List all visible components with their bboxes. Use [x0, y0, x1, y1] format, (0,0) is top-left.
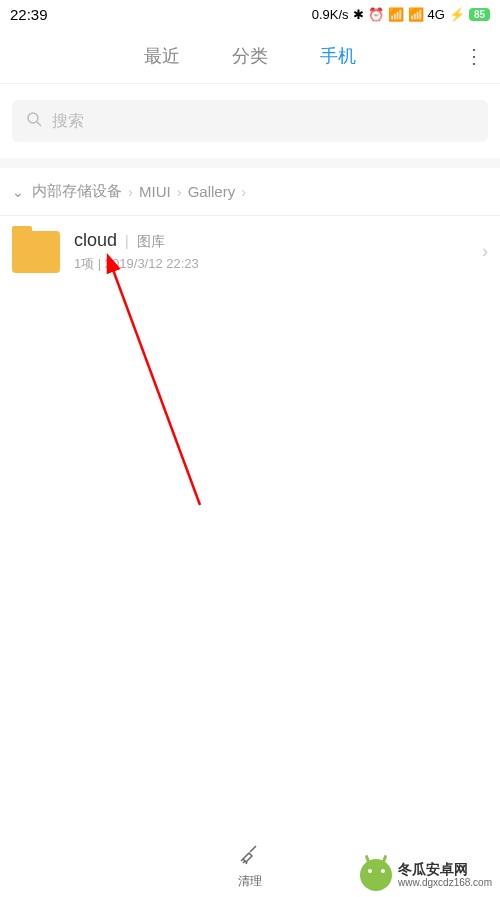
search-placeholder: 搜索: [52, 111, 84, 132]
chevron-right-icon: ›: [177, 183, 182, 200]
svg-point-0: [28, 113, 38, 123]
network-speed: 0.9K/s: [312, 7, 349, 22]
folder-item[interactable]: cloud | 图库 1项 | 2019/3/12 22:23 ›: [0, 216, 500, 287]
folder-meta: 1项 | 2019/3/12 22:23: [74, 255, 468, 273]
breadcrumb-row: ⌄ 内部存储设备 › MIUI › Gallery ›: [0, 168, 500, 216]
watermark-url: www.dgxcdz168.com: [398, 877, 492, 888]
breadcrumb-root[interactable]: 内部存储设备: [32, 182, 122, 201]
svg-line-1: [37, 122, 41, 126]
bluetooth-icon: ✱: [353, 7, 364, 22]
charge-icon: ⚡: [449, 7, 465, 22]
chevron-right-icon: ›: [241, 183, 246, 200]
status-time: 22:39: [10, 6, 48, 23]
clean-label: 清理: [238, 873, 262, 890]
search-icon: [26, 111, 42, 131]
alarm-icon: ⏰: [368, 7, 384, 22]
network-type: 4G: [428, 7, 445, 22]
chevron-right-icon: ›: [128, 183, 133, 200]
annotation-arrow: [100, 255, 220, 515]
search-section: 搜索: [0, 84, 500, 168]
tab-bar: 最近 分类 手机 ⋮: [0, 28, 500, 84]
file-info: cloud | 图库 1项 | 2019/3/12 22:23: [74, 230, 468, 273]
signal-icon: 📶: [388, 7, 404, 22]
folder-tag: 图库: [137, 233, 165, 251]
svg-line-3: [112, 267, 200, 505]
broom-icon: [238, 841, 262, 871]
folder-name: cloud: [74, 230, 117, 251]
breadcrumb-miui[interactable]: MIUI: [139, 183, 171, 200]
folder-icon: [12, 231, 60, 273]
tab-recent[interactable]: 最近: [142, 40, 182, 72]
search-input[interactable]: 搜索: [12, 100, 488, 142]
chevron-down-icon[interactable]: ⌄: [12, 184, 24, 200]
watermark-name: 冬瓜安卓网: [398, 862, 492, 877]
more-menu-icon[interactable]: ⋮: [464, 44, 484, 68]
file-list: cloud | 图库 1项 | 2019/3/12 22:23 ›: [0, 216, 500, 287]
breadcrumb: 内部存储设备 › MIUI › Gallery ›: [32, 182, 248, 201]
status-right: 0.9K/s ✱ ⏰ 📶 📶 4G ⚡ 85: [312, 7, 490, 22]
status-bar: 22:39 0.9K/s ✱ ⏰ 📶 📶 4G ⚡ 85: [0, 0, 500, 28]
chevron-right-icon: ›: [482, 241, 488, 262]
clean-button[interactable]: 清理: [238, 841, 262, 890]
android-logo-icon: [360, 859, 392, 891]
breadcrumb-gallery[interactable]: Gallery: [188, 183, 236, 200]
watermark: 冬瓜安卓网 www.dgxcdz168.com: [360, 859, 492, 891]
divider: |: [125, 233, 129, 249]
battery-level: 85: [469, 8, 490, 21]
tab-phone[interactable]: 手机: [318, 40, 358, 72]
tab-category[interactable]: 分类: [230, 40, 270, 72]
signal-icon-2: 📶: [408, 7, 424, 22]
